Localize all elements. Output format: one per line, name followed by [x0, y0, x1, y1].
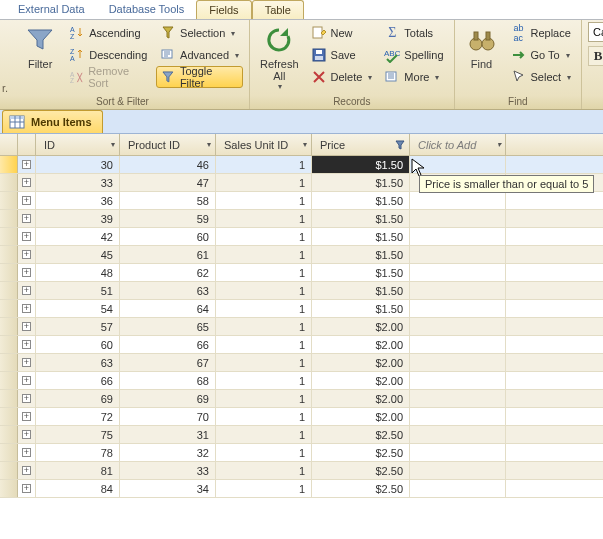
chevron-down-icon[interactable]: ▾ [497, 140, 501, 149]
row-selector[interactable] [0, 480, 18, 497]
cell-product-id[interactable]: 70 [120, 408, 216, 425]
row-selector[interactable] [0, 444, 18, 461]
cell-id[interactable]: 45 [36, 246, 120, 263]
row-selector[interactable] [0, 426, 18, 443]
cell-add[interactable] [410, 282, 506, 299]
cell-id[interactable]: 75 [36, 426, 120, 443]
cell-sales-unit[interactable]: 1 [216, 390, 312, 407]
goto[interactable]: Go To▾ [507, 44, 576, 66]
totals[interactable]: ΣTotals [380, 22, 447, 44]
tab-fields[interactable]: Fields [196, 0, 251, 19]
cell-sales-unit[interactable]: 1 [216, 354, 312, 371]
spelling[interactable]: ABCSpelling [380, 44, 447, 66]
chevron-down-icon[interactable]: ▾ [207, 140, 211, 149]
cell-add[interactable] [410, 156, 506, 173]
cell-id[interactable]: 30 [36, 156, 120, 173]
select-all-corner[interactable] [0, 134, 18, 155]
table-row[interactable]: +63671$2.00 [0, 354, 603, 372]
expand-toggle[interactable]: + [18, 408, 36, 425]
cell-product-id[interactable]: 68 [120, 372, 216, 389]
cell-product-id[interactable]: 67 [120, 354, 216, 371]
select[interactable]: Select▾ [507, 66, 576, 88]
cell-product-id[interactable]: 33 [120, 462, 216, 479]
row-selector[interactable] [0, 354, 18, 371]
table-row[interactable]: +75311$2.50 [0, 426, 603, 444]
cell-sales-unit[interactable]: 1 [216, 480, 312, 497]
cell-price[interactable]: $1.50 [312, 210, 410, 227]
cell-id[interactable]: 51 [36, 282, 120, 299]
row-selector[interactable] [0, 174, 18, 191]
cell-sales-unit[interactable]: 1 [216, 372, 312, 389]
cell-price[interactable]: $1.50 [312, 282, 410, 299]
cell-product-id[interactable]: 59 [120, 210, 216, 227]
expand-toggle[interactable]: + [18, 390, 36, 407]
cell-price[interactable]: $1.50 [312, 246, 410, 263]
table-row[interactable]: +48621$1.50 [0, 264, 603, 282]
cell-id[interactable]: 33 [36, 174, 120, 191]
font-name[interactable] [588, 22, 603, 42]
table-row[interactable]: +81331$2.50 [0, 462, 603, 480]
row-selector[interactable] [0, 336, 18, 353]
cell-sales-unit[interactable]: 1 [216, 426, 312, 443]
row-selector[interactable] [0, 264, 18, 281]
cell-price[interactable]: $2.00 [312, 336, 410, 353]
expand-toggle[interactable]: + [18, 372, 36, 389]
cell-product-id[interactable]: 62 [120, 264, 216, 281]
expand-toggle[interactable]: + [18, 156, 36, 173]
cell-product-id[interactable]: 61 [120, 246, 216, 263]
tab-table[interactable]: Table [252, 0, 304, 19]
cell-add[interactable] [410, 354, 506, 371]
cell-sales-unit[interactable]: 1 [216, 444, 312, 461]
cell-sales-unit[interactable]: 1 [216, 318, 312, 335]
more[interactable]: More▾ [380, 66, 447, 88]
row-selector[interactable] [0, 228, 18, 245]
cell-add[interactable] [410, 408, 506, 425]
selection-button[interactable]: Selection▾ [156, 22, 243, 44]
col-id[interactable]: ID▾ [36, 134, 120, 155]
table-row[interactable]: +84341$2.50 [0, 480, 603, 498]
cell-sales-unit[interactable]: 1 [216, 282, 312, 299]
expand-toggle[interactable]: + [18, 354, 36, 371]
cell-price[interactable]: $2.50 [312, 462, 410, 479]
cell-price[interactable]: $2.50 [312, 444, 410, 461]
toggle-filter[interactable]: Toggle Filter [156, 66, 243, 88]
col-sales-unit[interactable]: Sales Unit ID▾ [216, 134, 312, 155]
replace[interactable]: abacReplace [507, 22, 576, 44]
cell-id[interactable]: 48 [36, 264, 120, 281]
cell-product-id[interactable]: 58 [120, 192, 216, 209]
cell-product-id[interactable]: 47 [120, 174, 216, 191]
cell-add[interactable] [410, 264, 506, 281]
cell-sales-unit[interactable]: 1 [216, 228, 312, 245]
cell-price[interactable]: $2.00 [312, 390, 410, 407]
row-selector[interactable] [0, 372, 18, 389]
expand-toggle[interactable]: + [18, 192, 36, 209]
cell-id[interactable]: 42 [36, 228, 120, 245]
cell-product-id[interactable]: 64 [120, 300, 216, 317]
expand-toggle[interactable]: + [18, 426, 36, 443]
cell-add[interactable] [410, 462, 506, 479]
row-selector[interactable] [0, 210, 18, 227]
cell-price[interactable]: $1.50 [312, 264, 410, 281]
expand-toggle[interactable]: + [18, 444, 36, 461]
cell-id[interactable]: 60 [36, 336, 120, 353]
cell-id[interactable]: 69 [36, 390, 120, 407]
expand-toggle[interactable]: + [18, 318, 36, 335]
expand-toggle[interactable]: + [18, 462, 36, 479]
cell-product-id[interactable]: 34 [120, 480, 216, 497]
datasheet-tab[interactable]: Menu Items [2, 110, 103, 133]
cell-id[interactable]: 57 [36, 318, 120, 335]
cell-add[interactable] [410, 372, 506, 389]
table-row[interactable]: +66681$2.00 [0, 372, 603, 390]
table-row[interactable]: +69691$2.00 [0, 390, 603, 408]
cell-price[interactable]: $1.50 [312, 300, 410, 317]
cell-sales-unit[interactable]: 1 [216, 210, 312, 227]
row-selector[interactable] [0, 300, 18, 317]
cell-add[interactable] [410, 228, 506, 245]
cell-add[interactable] [410, 210, 506, 227]
cell-id[interactable]: 72 [36, 408, 120, 425]
sort-ascending[interactable]: AZ Ascending [65, 22, 152, 44]
expand-toggle[interactable]: + [18, 480, 36, 497]
cell-price[interactable]: $1.50 [312, 192, 410, 209]
chevron-down-icon[interactable]: ▾ [111, 140, 115, 149]
cell-price[interactable]: $1.50 [312, 228, 410, 245]
